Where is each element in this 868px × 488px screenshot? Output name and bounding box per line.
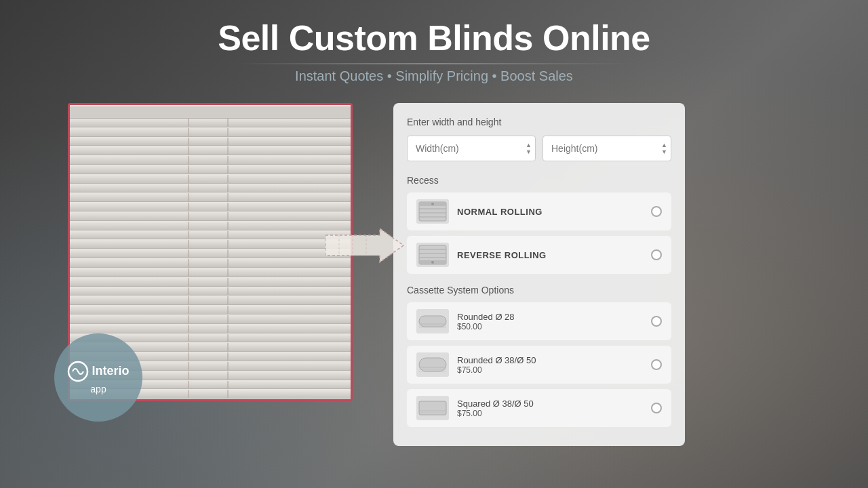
cassette-round-28[interactable]: Rounded Ø 28 $50.00 bbox=[407, 302, 671, 340]
arrow-icon bbox=[326, 225, 407, 266]
cassette-round-38-radio[interactable] bbox=[651, 359, 662, 370]
cassette-round-28-svg bbox=[418, 310, 448, 332]
dimensions-label: Enter width and height bbox=[407, 117, 671, 127]
page-title: Sell Custom Blinds Online bbox=[218, 19, 650, 58]
cassette-square-38-price: $75.00 bbox=[457, 409, 643, 418]
cassette-square-38-icon bbox=[416, 396, 449, 420]
svg-marker-1 bbox=[326, 228, 403, 262]
blind-slat bbox=[70, 193, 351, 202]
svg-rect-18 bbox=[419, 316, 446, 327]
height-down-arrow[interactable]: ▼ bbox=[661, 149, 667, 155]
blind-slat bbox=[70, 278, 351, 287]
logo-icon-row: Interio bbox=[67, 361, 129, 382]
blind-slat bbox=[70, 175, 351, 184]
normal-rolling-svg bbox=[418, 201, 448, 222]
logo-sub: app bbox=[90, 384, 106, 394]
normal-rolling-icon bbox=[416, 199, 449, 224]
svg-point-11 bbox=[431, 203, 434, 205]
cassette-round-38-name: Rounded Ø 38/Ø 50 bbox=[457, 355, 643, 365]
logo-container: Interio app bbox=[54, 333, 142, 422]
height-input[interactable] bbox=[542, 136, 671, 161]
cassette-section: Cassette System Options Rounded Ø 28 $ bbox=[407, 285, 671, 427]
blind-slat bbox=[70, 119, 351, 127]
normal-rolling-radio[interactable] bbox=[651, 206, 662, 217]
reverse-rolling-radio[interactable] bbox=[651, 249, 662, 260]
config-panel: Enter width and height ▲ ▼ ▲ ▼ bbox=[393, 103, 685, 446]
page-wrapper: Sell Custom Blinds Online Instant Quotes… bbox=[0, 0, 868, 488]
cassette-square-38[interactable]: Squared Ø 38/Ø 50 $75.00 bbox=[407, 389, 671, 427]
logo-circle: Interio app bbox=[54, 333, 142, 422]
width-input[interactable] bbox=[407, 136, 536, 161]
cassette-round-28-price: $50.00 bbox=[457, 322, 643, 331]
blind-slat bbox=[70, 231, 351, 240]
main-row: Interio app Enter width and height ▲ ▼ bbox=[0, 103, 868, 446]
blind-slat bbox=[70, 249, 351, 258]
reverse-rolling-label: REVERSE ROLLING bbox=[457, 250, 643, 260]
blind-slat bbox=[70, 240, 351, 249]
reverse-rolling-svg bbox=[418, 244, 448, 266]
arrow-decoration bbox=[326, 225, 407, 266]
blind-slat bbox=[70, 259, 351, 268]
logo-text: Interio bbox=[92, 364, 129, 379]
svg-point-17 bbox=[431, 261, 434, 264]
blind-slat bbox=[70, 128, 351, 137]
reverse-rolling-option[interactable]: REVERSE ROLLING bbox=[407, 236, 671, 274]
width-spinners: ▲ ▼ bbox=[526, 142, 532, 155]
blind-slat bbox=[70, 296, 351, 305]
blind-slat bbox=[70, 156, 351, 165]
cassette-round-28-icon bbox=[416, 309, 449, 333]
height-up-arrow[interactable]: ▲ bbox=[661, 142, 667, 148]
blind-slat bbox=[70, 287, 351, 296]
width-input-wrapper[interactable]: ▲ ▼ bbox=[407, 136, 536, 161]
header-subtitle: Instant Quotes • Simplify Pricing • Boos… bbox=[218, 68, 650, 84]
cassette-square-38-radio[interactable] bbox=[651, 403, 662, 413]
cassette-square-38-svg bbox=[418, 397, 448, 419]
cassette-round-28-radio[interactable] bbox=[651, 316, 662, 327]
normal-rolling-option[interactable]: NORMAL ROLLING bbox=[407, 192, 671, 230]
cassette-square-38-info: Squared Ø 38/Ø 50 $75.00 bbox=[457, 399, 643, 418]
reverse-rolling-icon bbox=[416, 243, 449, 267]
blind-slat bbox=[70, 212, 351, 221]
width-down-arrow[interactable]: ▼ bbox=[526, 149, 532, 155]
blind-slat bbox=[70, 222, 351, 230]
header: Sell Custom Blinds Online Instant Quotes… bbox=[218, 0, 650, 89]
blind-slat bbox=[70, 203, 351, 211]
blind-slat bbox=[70, 306, 351, 314]
cassette-round-38-icon bbox=[416, 352, 449, 377]
recess-label: Recess bbox=[407, 175, 671, 186]
blind-slat bbox=[70, 138, 351, 146]
dimension-row: ▲ ▼ ▲ ▼ bbox=[407, 136, 671, 161]
cassette-round-38[interactable]: Rounded Ø 38/Ø 50 $75.00 bbox=[407, 346, 671, 384]
cassette-round-38-info: Rounded Ø 38/Ø 50 $75.00 bbox=[457, 355, 643, 375]
blind-rail bbox=[70, 106, 351, 119]
blind-image-container: Interio app bbox=[68, 103, 353, 401]
cassette-round-28-name: Rounded Ø 28 bbox=[457, 312, 643, 322]
normal-rolling-label: NORMAL ROLLING bbox=[457, 207, 643, 217]
cassette-round-38-price: $75.00 bbox=[457, 365, 643, 375]
height-spinners: ▲ ▼ bbox=[661, 142, 667, 155]
cassette-round-28-info: Rounded Ø 28 $50.00 bbox=[457, 312, 643, 331]
cassette-square-38-name: Squared Ø 38/Ø 50 bbox=[457, 399, 643, 409]
width-up-arrow[interactable]: ▲ bbox=[526, 142, 532, 148]
blind-slat bbox=[70, 165, 351, 174]
header-divider bbox=[237, 63, 631, 64]
logo-icon bbox=[67, 361, 89, 382]
cassette-label: Cassette System Options bbox=[407, 285, 671, 296]
recess-section: Recess NORMAL ROLLING bbox=[407, 175, 671, 274]
blind-slat bbox=[70, 184, 351, 193]
blind-slat bbox=[70, 315, 351, 324]
blind-slat bbox=[70, 268, 351, 277]
blind-slat bbox=[70, 325, 351, 333]
height-input-wrapper[interactable]: ▲ ▼ bbox=[542, 136, 671, 161]
blind-slat bbox=[70, 146, 351, 155]
cassette-round-38-svg bbox=[418, 354, 448, 375]
